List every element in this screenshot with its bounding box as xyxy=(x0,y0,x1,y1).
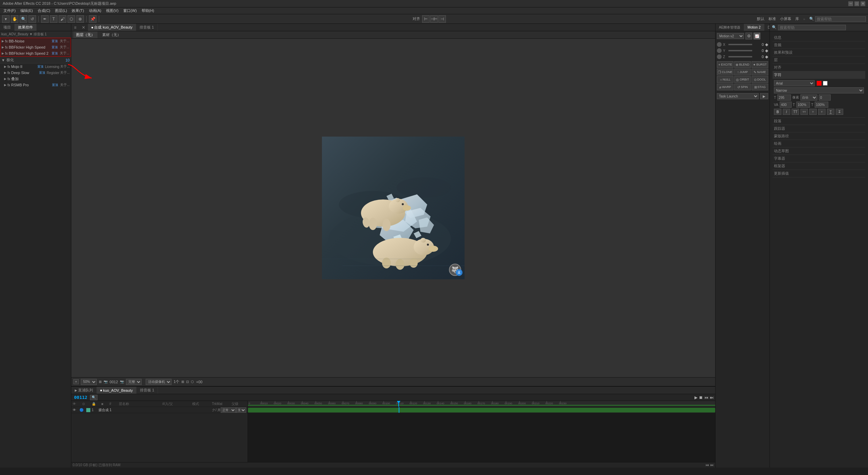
kerning-input[interactable] xyxy=(819,94,831,101)
timeline-tab-paiyin[interactable]: 排音板 1 xyxy=(137,387,158,394)
btn-spin[interactable]: ↺ SPIN xyxy=(734,84,751,90)
effect-badge-2[interactable]: 置顶 xyxy=(52,45,58,50)
prop-paint[interactable]: 绘画 xyxy=(773,140,865,147)
scale-y-input[interactable] xyxy=(815,102,828,108)
prop-update[interactable]: 更新插值 xyxy=(773,170,865,177)
effect-bbflicker1[interactable]: ▶ fx BBFlicker High Speed 置顶 关于... xyxy=(0,44,71,50)
effect-deep-slow[interactable]: ▶ fx Deep Slow 置顶 Register 关于... xyxy=(0,70,71,76)
menu-help[interactable]: 帮助(H) xyxy=(140,7,156,14)
prop-mask-path[interactable]: 蒙版路径 xyxy=(773,133,865,140)
tab-effects-controls[interactable]: 效果控件 xyxy=(15,24,37,31)
menu-animate[interactable]: 动画(A) xyxy=(87,7,104,14)
tool-brush[interactable]: 🖌 xyxy=(59,15,66,23)
viewer-add-btn[interactable]: + xyxy=(73,379,79,384)
ws-library[interactable]: 库 xyxy=(795,16,799,21)
tracking-input[interactable] xyxy=(780,102,792,108)
effect-about-rsmb[interactable]: 关于... xyxy=(60,83,70,87)
viewer-tab-layer[interactable]: 图层（无） xyxy=(73,32,97,38)
btn-warp[interactable]: ⌀ WARP xyxy=(717,84,734,90)
minimize-btn[interactable]: ─ xyxy=(848,1,853,6)
btn-null[interactable]: ○ NULL xyxy=(717,76,734,83)
btn-clone[interactable]: ❐ CLONE xyxy=(717,69,734,75)
viewer-tab-material[interactable]: 素材（无） xyxy=(100,32,124,38)
menu-window[interactable]: 窗口(W) xyxy=(121,7,139,14)
y-key-icon[interactable]: ◆ xyxy=(765,48,768,53)
effect-badge-3[interactable]: 置顶 xyxy=(52,51,58,56)
effect-about-deep-slow[interactable]: 关于... xyxy=(60,70,70,75)
camera-select[interactable]: 活动摄像机 xyxy=(146,379,171,385)
effect-bbflicker2[interactable]: ▶ fx BBFlicker High Speed 2 置顶 关于... xyxy=(0,50,71,56)
effect-rsmb-pro[interactable]: ▶ fx RSMB Pro 置顶 关于... xyxy=(0,82,71,88)
strikethrough-btn[interactable]: T xyxy=(836,109,843,115)
prop-layer[interactable]: 层 xyxy=(773,56,865,64)
effect-about-2[interactable]: 关于... xyxy=(60,45,69,50)
font-select[interactable]: Arial xyxy=(774,80,815,86)
z-key-icon[interactable]: ◆ xyxy=(765,54,768,59)
align-center[interactable]: ⊣⊢ xyxy=(430,15,438,23)
add-comp-btn[interactable]: ≡ xyxy=(71,24,79,31)
snapshot-btn[interactable]: 📷 xyxy=(104,380,108,384)
btn-jump[interactable]: ↑ JUMP xyxy=(734,69,751,75)
style-select[interactable]: Narrow xyxy=(774,87,864,93)
prop-frame[interactable]: 框架器 xyxy=(773,162,865,170)
ws-expand[interactable]: » xyxy=(803,17,805,21)
btn-blend[interactable]: ⊕ BLEND xyxy=(734,61,751,68)
search-layers-btn[interactable]: 🔍 xyxy=(90,395,97,400)
underline-btn[interactable]: T xyxy=(827,109,834,115)
tl-stop-btn[interactable]: ⏹ xyxy=(699,395,703,400)
track-eye-1[interactable]: 👁 xyxy=(73,408,79,412)
tool-rotate[interactable]: ↺ xyxy=(29,15,36,23)
tool-text[interactable]: T xyxy=(50,15,57,23)
fit-btn[interactable]: ⊞ xyxy=(99,380,102,384)
track-mode-select[interactable]: 正常 xyxy=(221,407,236,413)
prop-motion-sketch[interactable]: 动态草图 xyxy=(773,147,865,155)
menu-file[interactable]: 文件(F) xyxy=(1,7,18,14)
task-launch-btn[interactable]: ▶ xyxy=(760,93,768,99)
view-toggle-btn[interactable]: ⊞ xyxy=(181,380,184,384)
menu-layer[interactable]: 图层(L) xyxy=(53,7,69,14)
prop-tracker[interactable]: 跟踪器 xyxy=(773,125,865,133)
prop-audio[interactable]: 音频 xyxy=(773,41,865,49)
align-left[interactable]: ⊢ xyxy=(422,15,430,23)
effect-mojo2[interactable]: ▶ fx Mojo II 置顶 Licensing 关于... xyxy=(0,64,71,70)
camera-icon[interactable]: 📷 xyxy=(120,380,124,384)
btn-name[interactable]: ✎ NAME xyxy=(752,69,768,75)
tool-puppet[interactable]: ⊕ xyxy=(76,15,84,23)
timeline-ruler[interactable]: 0 00010 00020 00030 00040 xyxy=(248,401,715,407)
btn-burst[interactable]: ✦ BURST xyxy=(752,61,768,68)
transparency-btn[interactable]: ⊡ xyxy=(186,380,189,384)
motion-settings-btn[interactable]: ⚙ xyxy=(745,33,752,39)
status-prev[interactable]: ⏮ xyxy=(706,463,709,467)
btn-dool[interactable]: ⊙ DOOL xyxy=(752,76,768,83)
effect-bb-noise[interactable]: ▶ fx BB-Noise 置顶 关于... xyxy=(0,38,71,44)
tab-motion2[interactable]: Motion 2 xyxy=(744,24,764,31)
super-btn[interactable]: T xyxy=(809,109,817,115)
prop-paragraph[interactable]: 段落 xyxy=(773,118,865,125)
prop-effects-presets[interactable]: 效果和预设 xyxy=(773,49,865,56)
size-input[interactable] xyxy=(777,94,791,101)
font-bg-swatch[interactable] xyxy=(823,81,828,86)
status-next[interactable]: ⏭ xyxy=(710,463,714,467)
right-search-input[interactable] xyxy=(778,25,846,30)
kerning-select[interactable]: 自动 xyxy=(800,94,817,101)
slider-dot-y[interactable] xyxy=(717,48,722,53)
ws-default[interactable]: 默认 xyxy=(757,16,764,21)
tl-rewind-btn[interactable]: ⏮ xyxy=(704,395,708,400)
tl-forward-btn[interactable]: ⏭ xyxy=(710,395,714,400)
tab-ae-script[interactable]: AE脚本管理器 xyxy=(716,24,744,31)
z-slider[interactable] xyxy=(728,56,752,57)
menu-effects[interactable]: 效果(T) xyxy=(70,7,86,14)
sub-btn[interactable]: T xyxy=(818,109,826,115)
prop-subtitle[interactable]: 字幕器 xyxy=(773,155,865,162)
slider-dot-z[interactable] xyxy=(717,54,722,59)
y-slider[interactable] xyxy=(728,50,752,51)
task-launch-select[interactable]: Task Launch xyxy=(717,93,759,99)
ws-small[interactable]: 小屏幕 xyxy=(780,16,791,21)
effect-badge-mojo2[interactable]: 置顶 xyxy=(37,65,43,69)
effect-badge-rsmb[interactable]: 置顶 xyxy=(52,83,58,87)
prop-character-header[interactable]: 字符 xyxy=(773,71,865,79)
slider-dot-x[interactable] xyxy=(717,42,722,47)
tool-select[interactable]: ▾ xyxy=(2,15,10,23)
timeline-tab-render[interactable]: ▶ 直浦队列 xyxy=(71,387,97,394)
bold-btn[interactable]: B xyxy=(774,109,781,115)
